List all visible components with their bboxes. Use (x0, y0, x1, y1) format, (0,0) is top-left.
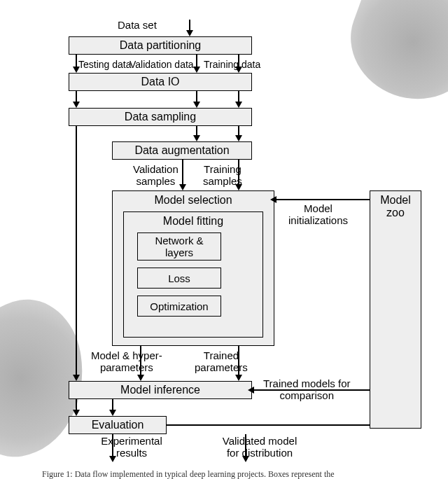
box-data-io: Data IO (69, 73, 252, 91)
box-optimization: Optimization (137, 296, 221, 317)
box-data-sampling: Data sampling (69, 108, 252, 126)
arrow-line (368, 424, 370, 426)
label-training-data: Training data (204, 60, 260, 70)
arrow-head (109, 410, 116, 416)
arrow-head (235, 375, 242, 381)
label-validation-data: Validation data (130, 60, 194, 70)
label-experimental-results: Experimental results (90, 436, 174, 459)
watermark-blob (335, 0, 448, 116)
box-network-layers: Network & layers (137, 232, 221, 261)
label-validation-samples: Validation samples (133, 164, 178, 187)
box-model-zoo: Model zoo (370, 190, 421, 429)
arrow-head (73, 102, 80, 108)
box-model-selection-label: Model selection (154, 194, 232, 207)
figure-caption: Figure 1: Data flow implemented in typic… (42, 469, 420, 479)
box-loss: Loss (137, 268, 221, 289)
arrow-line (167, 424, 370, 426)
arrow-head (73, 375, 80, 381)
label-validated-model-for-distribution: Validated model for distribution (207, 436, 312, 459)
arrow-head (270, 196, 276, 203)
label-testing-data: Testing data (78, 60, 132, 70)
box-model-inference: Model inference (69, 381, 252, 399)
box-data-augmentation: Data augmentation (112, 141, 252, 160)
arrow-line (274, 199, 370, 200)
arrow-line (182, 160, 183, 188)
arrow-head (248, 387, 254, 394)
arrow-head (235, 102, 242, 108)
label-data-set: Data set (118, 20, 157, 32)
box-model-zoo-label: Model zoo (380, 194, 411, 219)
arrow-head (193, 135, 200, 141)
arrow-head (186, 30, 193, 36)
arrow-head (235, 135, 242, 141)
label-training-samples: Training samples (203, 164, 242, 187)
box-model-fitting-label: Model fitting (163, 215, 223, 228)
label-trained-params: Trained parameters (195, 350, 248, 373)
watermark-blob (0, 291, 97, 465)
box-evaluation: Evaluation (69, 416, 167, 434)
label-model-initializations: Model initializations (288, 203, 348, 226)
label-model-hyper-params: Model & hyper- parameters (91, 350, 162, 373)
flow-diagram: Data set Data partitioning Testing data … (0, 0, 448, 479)
box-data-partitioning: Data partitioning (69, 36, 252, 55)
arrow-head (193, 102, 200, 108)
arrow-head (179, 184, 186, 190)
arrow-line (76, 126, 77, 378)
arrow-head (193, 67, 200, 73)
arrow-head (73, 410, 80, 416)
arrow-head (137, 375, 144, 381)
label-trained-models-for-comparison: Trained models for comparison (263, 378, 351, 401)
